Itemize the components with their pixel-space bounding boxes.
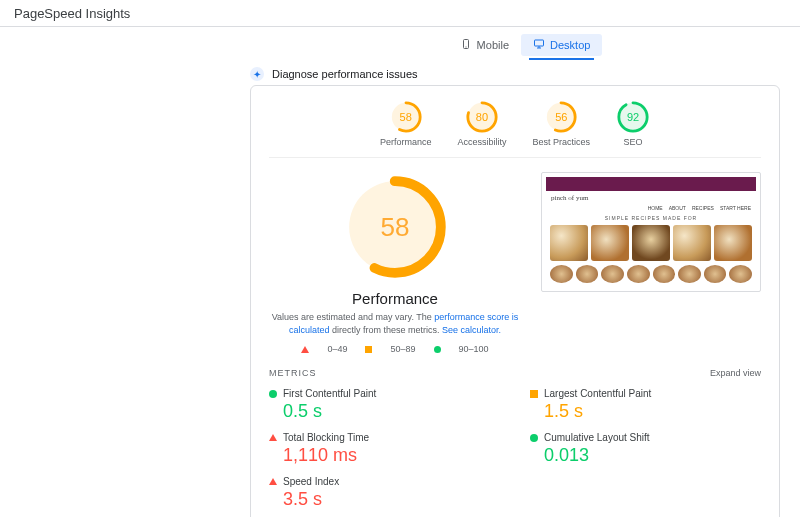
score-seo[interactable]: 92 SEO (616, 100, 650, 147)
mobile-icon (460, 38, 472, 52)
category-scores: 58 Performance 80 Accessibility 56 (269, 100, 761, 158)
preview-logo: pinch of yum (546, 191, 756, 205)
diagnose-label: Diagnose performance issues (272, 68, 418, 80)
metric-si: Speed Index 3.5 s (269, 474, 500, 512)
preview-img (632, 225, 670, 261)
status-bad-icon (269, 478, 277, 485)
preview-nav-item: ABOUT (669, 205, 686, 211)
performance-detail: 58 Performance Values are estimated and … (269, 172, 521, 354)
metric-cls-label: Cumulative Layout Shift (544, 432, 650, 443)
metric-lcp-value: 1.5 s (530, 401, 761, 422)
metric-fcp-label: First Contentful Paint (283, 388, 376, 399)
score-accessibility-label: Accessibility (457, 137, 506, 147)
tab-desktop-label: Desktop (550, 39, 590, 51)
tab-mobile-label: Mobile (477, 39, 509, 51)
preview-banner (546, 177, 756, 191)
desktop-icon (533, 38, 545, 52)
status-good-icon (269, 390, 277, 398)
metric-lcp-label: Largest Contentful Paint (544, 388, 651, 399)
metric-fcp: First Contentful Paint 0.5 s (269, 386, 500, 424)
preview-thumb (704, 265, 727, 283)
device-tabs: Mobile Desktop (250, 29, 800, 61)
score-legend: 0–49 50–89 90–100 (301, 344, 488, 354)
score-accessibility-value: 80 (465, 100, 499, 134)
gauge-accessibility: 80 (465, 100, 499, 134)
diagnose-heading: ✦ Diagnose performance issues (250, 67, 800, 81)
status-good-icon (530, 434, 538, 442)
preview-img (673, 225, 711, 261)
score-best-practices-label: Best Practices (533, 137, 591, 147)
metrics-grid: First Contentful Paint 0.5 s Largest Con… (269, 386, 761, 512)
app-title: PageSpeed Insights (14, 6, 130, 21)
score-accessibility[interactable]: 80 Accessibility (457, 100, 506, 147)
gauge-best-practices: 56 (544, 100, 578, 134)
legend-bad-label: 0–49 (327, 344, 347, 354)
preview-thumb (729, 265, 752, 283)
preview-thumb (627, 265, 650, 283)
preview-nav-item: HOME (648, 205, 663, 211)
metric-si-label: Speed Index (283, 476, 339, 487)
preview-nav-item: START HERE (720, 205, 751, 211)
tab-mobile[interactable]: Mobile (448, 34, 521, 56)
legend-good-icon (434, 346, 441, 353)
expand-view-button[interactable]: Expand view (710, 368, 761, 378)
score-performance-label: Performance (380, 137, 432, 147)
tab-desktop[interactable]: Desktop (521, 34, 602, 56)
metric-tbt: Total Blocking Time 1,110 ms (269, 430, 500, 468)
score-best-practices[interactable]: 56 Best Practices (533, 100, 591, 147)
link-see-calculator[interactable]: See calculator. (442, 325, 501, 335)
app-title-bar: PageSpeed Insights (0, 0, 800, 27)
preview-thumbs-row (546, 261, 756, 287)
metric-tbt-value: 1,110 ms (269, 445, 500, 466)
metric-cls: Cumulative Layout Shift 0.013 (530, 430, 761, 468)
page-screenshot-preview: pinch of yum HOME ABOUT RECIPES START HE… (541, 172, 761, 292)
diagnose-icon: ✦ (250, 67, 264, 81)
score-performance[interactable]: 58 Performance (380, 100, 432, 147)
score-seo-label: SEO (624, 137, 643, 147)
metric-cls-value: 0.013 (530, 445, 761, 466)
score-seo-value: 92 (616, 100, 650, 134)
preview-thumb (576, 265, 599, 283)
preview-thumb (601, 265, 624, 283)
preview-recipes-row (546, 225, 756, 261)
preview-thumb (678, 265, 701, 283)
preview-img (714, 225, 752, 261)
report-card: 58 Performance 80 Accessibility 56 (250, 85, 780, 517)
preview-headline: SIMPLE RECIPES MADE FOR (546, 213, 756, 225)
svg-rect-2 (535, 40, 544, 46)
gauge-seo: 92 (616, 100, 650, 134)
preview-nav: HOME ABOUT RECIPES START HERE (546, 205, 756, 213)
metric-fcp-value: 0.5 s (269, 401, 500, 422)
metric-tbt-label: Total Blocking Time (283, 432, 369, 443)
perf-sub-b: directly from these metrics. (329, 325, 442, 335)
metric-si-value: 3.5 s (269, 489, 500, 510)
metrics-label: METRICS (269, 368, 317, 378)
legend-bad-icon (301, 346, 309, 353)
preview-thumb (550, 265, 573, 283)
preview-nav-item: RECIPES (692, 205, 714, 211)
status-avg-icon (530, 390, 538, 398)
gauge-performance: 58 (389, 100, 423, 134)
legend-avg-icon (365, 346, 372, 353)
score-best-practices-value: 56 (544, 100, 578, 134)
perf-sub-a: Values are estimated and may vary. The (272, 312, 435, 322)
big-gauge-value: 58 (340, 172, 450, 282)
score-performance-value: 58 (389, 100, 423, 134)
status-bad-icon (269, 434, 277, 441)
legend-avg-label: 50–89 (390, 344, 415, 354)
performance-subtext: Values are estimated and may vary. The p… (269, 311, 521, 336)
preview-img (591, 225, 629, 261)
preview-thumb (653, 265, 676, 283)
performance-title: Performance (352, 290, 438, 307)
preview-img (550, 225, 588, 261)
big-gauge-performance: 58 (340, 172, 450, 282)
legend-good-label: 90–100 (459, 344, 489, 354)
metrics-header: METRICS Expand view (269, 368, 761, 378)
metric-lcp: Largest Contentful Paint 1.5 s (530, 386, 761, 424)
